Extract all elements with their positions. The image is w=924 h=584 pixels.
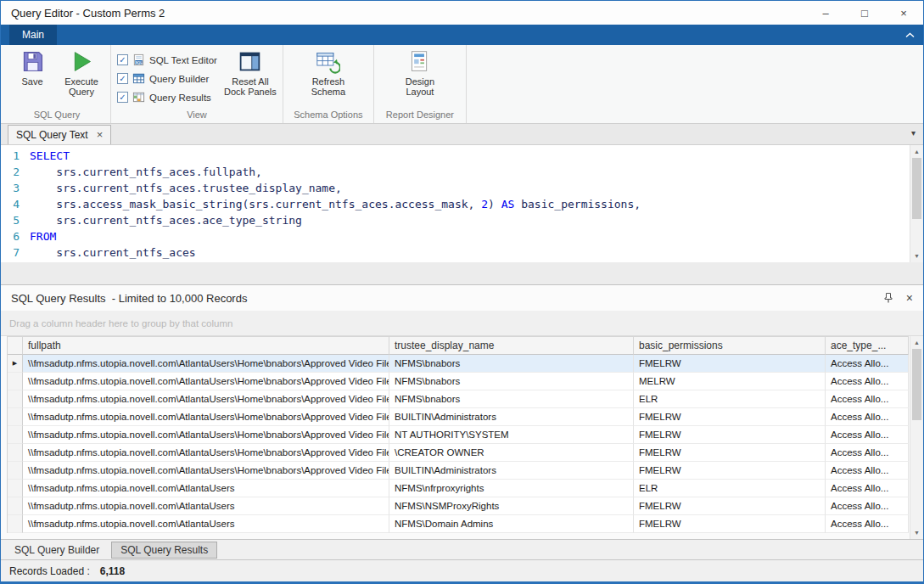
code-line[interactable]: SELECT xyxy=(30,148,910,164)
grid-cell[interactable]: \CREATOR OWNER xyxy=(389,444,634,462)
titlebar[interactable]: Query Editor - Custom Perms 2 – □ × xyxy=(1,1,923,25)
table-row[interactable]: \\fmsadutp.nfms.utopia.novell.com\Atlant… xyxy=(8,444,909,462)
column-header-basic-permissions[interactable]: basic_permissions xyxy=(634,336,826,355)
refresh-schema-button[interactable]: Refresh Schema xyxy=(302,48,355,97)
tab-sql-query-builder[interactable]: SQL Query Builder xyxy=(5,542,109,559)
code-line[interactable]: srs.current_ntfs_aces.fullpath, xyxy=(30,164,910,180)
ribbon-tab-main[interactable]: Main xyxy=(9,25,57,45)
checkbox-query-results[interactable]: ✓ xyxy=(117,92,128,103)
grid-cell[interactable]: BUILTIN\Administrators xyxy=(389,408,634,426)
tab-list-dropdown-icon[interactable]: ▾ xyxy=(911,128,916,138)
minimize-button[interactable]: – xyxy=(806,1,845,25)
checkbox-sql-text-editor[interactable]: ✓ xyxy=(117,54,128,65)
grid-cell[interactable]: FMELRW xyxy=(634,408,826,426)
grid-cell[interactable]: FMELRW xyxy=(634,462,826,480)
dock-splitter[interactable] xyxy=(1,262,923,284)
scroll-up-icon[interactable]: ▲ xyxy=(910,336,923,349)
grid-cell[interactable]: Access Allo... xyxy=(826,444,909,462)
group-by-panel[interactable]: Drag a column header here to group by th… xyxy=(1,311,923,336)
sql-text-editor[interactable]: 1234567 SELECT srs.current_ntfs_aces.ful… xyxy=(1,145,923,262)
execute-query-button[interactable]: Execute Query xyxy=(57,48,106,97)
editor-code[interactable]: SELECT srs.current_ntfs_aces.fullpath, s… xyxy=(26,145,910,262)
grid-cell[interactable]: NFMS\nfrproxyrights xyxy=(389,480,634,497)
table-row[interactable]: ▶\\fmsadutp.nfms.utopia.novell.com\Atlan… xyxy=(8,355,909,373)
grid-cell[interactable]: Access Allo... xyxy=(826,390,909,408)
editor-scroll-thumb[interactable] xyxy=(912,158,921,219)
code-line[interactable]: srs.current_ntfs_aces xyxy=(30,244,910,261)
grid-cell[interactable]: \\fmsadutp.nfms.utopia.novell.com\Atlant… xyxy=(23,515,389,533)
column-header-trustee-display-name[interactable]: trustee_display_name xyxy=(389,336,634,355)
tab-sql-query-results[interactable]: SQL Query Results xyxy=(111,542,217,559)
grid-cell[interactable]: NFMS\NSMProxyRights xyxy=(389,497,634,515)
grid-cell[interactable]: Access Allo... xyxy=(826,480,909,497)
grid-cell[interactable]: Access Allo... xyxy=(826,497,909,515)
grid-cell[interactable]: \\fmsadutp.nfms.utopia.novell.com\Atlant… xyxy=(23,497,389,515)
tab-sql-query-text[interactable]: SQL Query Text × xyxy=(8,125,111,144)
close-button[interactable]: × xyxy=(884,1,923,25)
column-header-fullpath[interactable]: fullpath xyxy=(23,336,389,355)
grid-cell[interactable]: NT AUTHORITY\SYSTEM xyxy=(389,426,634,444)
table-row[interactable]: \\fmsadutp.nfms.utopia.novell.com\Atlant… xyxy=(8,426,909,444)
grid-cell[interactable]: Access Allo... xyxy=(826,373,909,390)
column-header-ace-type-[interactable]: ace_type_... xyxy=(826,336,909,355)
table-row[interactable]: \\fmsadutp.nfms.utopia.novell.com\Atlant… xyxy=(8,373,909,390)
results-panel-caption[interactable]: SQL Query Results - Limited to 10,000 Re… xyxy=(1,285,923,311)
pin-icon[interactable] xyxy=(882,292,894,304)
toggle-query-builder[interactable]: ✓ Query Builder xyxy=(117,71,217,86)
tab-close-icon[interactable]: × xyxy=(97,130,104,140)
code-line[interactable]: srs.current_ntfs_aces.ace_type_string xyxy=(30,212,910,228)
grid-cell[interactable]: Access Allo... xyxy=(826,462,909,480)
grid-cell[interactable]: FMELRW xyxy=(634,497,826,515)
table-row[interactable]: \\fmsadutp.nfms.utopia.novell.com\Atlant… xyxy=(8,480,909,497)
grid-cell[interactable]: Access Allo... xyxy=(826,515,909,533)
toggle-query-results[interactable]: ✓ Query Results xyxy=(117,90,217,104)
grid-cell[interactable]: Access Allo... xyxy=(826,408,909,426)
scroll-up-icon[interactable]: ▲ xyxy=(910,145,923,158)
grid-cell[interactable]: FMELRW xyxy=(634,444,826,462)
grid-cell[interactable]: \\fmsadutp.nfms.utopia.novell.com\Atlant… xyxy=(23,355,389,373)
code-line[interactable]: FROM xyxy=(30,228,910,244)
editor-scrollbar[interactable]: ▲ ▼ xyxy=(910,145,923,262)
grid-scroll-thumb[interactable] xyxy=(912,349,921,420)
grid-cell[interactable]: ELR xyxy=(634,480,826,497)
checkbox-query-builder[interactable]: ✓ xyxy=(117,73,128,84)
toggle-sql-text-editor[interactable]: ✓ SQL SQL Text Editor xyxy=(117,53,217,67)
grid-cell[interactable]: NFMS\bnabors xyxy=(389,373,634,390)
grid-cell[interactable]: \\fmsadutp.nfms.utopia.novell.com\Atlant… xyxy=(23,390,389,408)
grid-cell[interactable]: MELRW xyxy=(634,373,826,390)
grid-cell[interactable]: FMELRW xyxy=(634,515,826,533)
grid-cell[interactable]: Access Allo... xyxy=(826,355,909,373)
grid-cell[interactable]: \\fmsadutp.nfms.utopia.novell.com\Atlant… xyxy=(23,373,389,390)
code-line[interactable]: srs.access_mask_basic_string(srs.current… xyxy=(30,196,910,212)
results-close-icon[interactable]: × xyxy=(906,293,913,303)
grid-cell[interactable]: FMELRW xyxy=(634,426,826,444)
grid-cell[interactable]: NFMS\bnabors xyxy=(389,390,634,408)
grid-cell[interactable]: \\fmsadutp.nfms.utopia.novell.com\Atlant… xyxy=(23,426,389,444)
grid-cell[interactable]: \\fmsadutp.nfms.utopia.novell.com\Atlant… xyxy=(23,444,389,462)
table-row[interactable]: \\fmsadutp.nfms.utopia.novell.com\Atlant… xyxy=(8,497,909,515)
table-row[interactable]: \\fmsadutp.nfms.utopia.novell.com\Atlant… xyxy=(8,390,909,408)
code-line[interactable]: srs.current_ntfs_aces.trustee_display_na… xyxy=(30,180,910,196)
scroll-down-icon[interactable]: ▼ xyxy=(910,526,923,539)
save-button[interactable]: Save xyxy=(8,48,57,87)
grid-cell[interactable]: \\fmsadutp.nfms.utopia.novell.com\Atlant… xyxy=(23,480,389,497)
table-row[interactable]: \\fmsadutp.nfms.utopia.novell.com\Atlant… xyxy=(8,462,909,480)
reset-dock-panels-button[interactable]: Reset All Dock Panels xyxy=(222,48,278,97)
grid-cell[interactable]: FMELRW xyxy=(634,355,826,373)
scroll-down-icon[interactable]: ▼ xyxy=(910,250,923,262)
design-layout-button[interactable]: Design Layout xyxy=(395,48,445,97)
grid-cell[interactable]: \\fmsadutp.nfms.utopia.novell.com\Atlant… xyxy=(23,462,389,480)
grid-cell[interactable]: Access Allo... xyxy=(826,426,909,444)
grid-cell[interactable]: NFMS\Domain Admins xyxy=(389,515,634,533)
grid-scroll-track[interactable] xyxy=(910,349,923,526)
maximize-button[interactable]: □ xyxy=(845,1,884,25)
grid-cell[interactable]: NFMS\bnabors xyxy=(389,355,634,373)
grid-scrollbar[interactable]: ▲ ▼ xyxy=(910,336,923,539)
grid-cell[interactable]: \\fmsadutp.nfms.utopia.novell.com\Atlant… xyxy=(23,408,389,426)
grid-cell[interactable]: BUILTIN\Administrators xyxy=(389,462,634,480)
table-row[interactable]: \\fmsadutp.nfms.utopia.novell.com\Atlant… xyxy=(8,408,909,426)
table-row[interactable]: \\fmsadutp.nfms.utopia.novell.com\Atlant… xyxy=(8,515,909,533)
ribbon-collapse-button[interactable] xyxy=(905,25,915,45)
editor-scroll-track[interactable] xyxy=(910,158,923,250)
grid-cell[interactable]: ELR xyxy=(634,390,826,408)
